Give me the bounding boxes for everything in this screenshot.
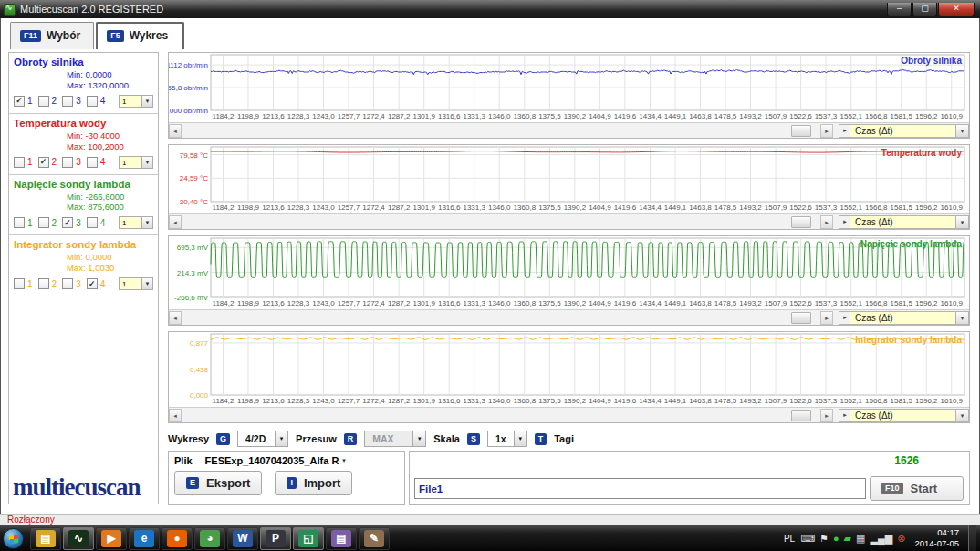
- taskbar-internet-explorer-icon[interactable]: e: [129, 527, 160, 550]
- chart-temperatura-wody[interactable]: 1184,21198,91213,61228,31243,01257,71272…: [169, 145, 969, 213]
- chevron-down-icon[interactable]: ▾: [412, 431, 425, 446]
- przesuw-combo[interactable]: MAX ▾: [364, 431, 426, 447]
- x-axis-mode-combo[interactable]: ▸Czas (Δt)▾: [839, 215, 969, 229]
- scrollbar-thumb[interactable]: [791, 410, 811, 421]
- minimize-button[interactable]: –: [887, 3, 912, 16]
- checkbox-unchecked[interactable]: [14, 217, 25, 228]
- channel-combo[interactable]: 1▼: [119, 95, 153, 108]
- channel-combo[interactable]: 1▼: [119, 277, 153, 290]
- scroll-left-icon[interactable]: ◂: [169, 215, 182, 229]
- wykresy-combo[interactable]: 4/2D ▾: [237, 431, 288, 447]
- chevron-down-icon[interactable]: ▾: [955, 312, 968, 324]
- start-button[interactable]: F10 Start: [870, 476, 964, 501]
- tray-network-bars-icon[interactable]: ▂▄▆: [870, 534, 892, 544]
- taskbar-explorer-icon[interactable]: ▤: [30, 527, 61, 550]
- tray-updater-icon[interactable]: ▰: [844, 534, 851, 544]
- signal-min: Min: 0,0000: [67, 252, 153, 263]
- x-axis-mode-combo[interactable]: ▸Czas (Δt)▾: [839, 124, 969, 138]
- scrollbar-track[interactable]: [182, 311, 820, 325]
- scroll-right-icon[interactable]: ▸: [820, 124, 833, 138]
- scroll-right-icon[interactable]: ▸: [820, 409, 833, 422]
- expand-icon[interactable]: ▸: [839, 127, 850, 134]
- scrollbar-track[interactable]: [182, 124, 820, 138]
- checkbox-unchecked[interactable]: [62, 96, 73, 107]
- checkbox-unchecked[interactable]: [62, 278, 73, 289]
- scroll-right-icon[interactable]: ▸: [820, 311, 833, 325]
- taskbar-paint-icon[interactable]: ✎: [359, 527, 390, 550]
- chevron-down-icon[interactable]: ▾: [514, 431, 526, 446]
- chevron-down-icon[interactable]: ▾: [275, 431, 287, 446]
- scroll-left-icon[interactable]: ◂: [169, 311, 182, 325]
- eksport-button[interactable]: E Eksport: [174, 471, 262, 495]
- x-axis-mode-combo[interactable]: ▸Czas (Δt)▾: [839, 311, 969, 325]
- checkbox-checked[interactable]: ✓: [87, 278, 98, 289]
- x-axis-mode-combo[interactable]: ▸Czas (Δt)▾: [839, 409, 969, 422]
- scrollbar-track[interactable]: [182, 409, 820, 422]
- checkbox-unchecked[interactable]: [38, 278, 49, 289]
- checkbox-unchecked[interactable]: [62, 157, 73, 168]
- language-indicator[interactable]: PL: [784, 534, 795, 544]
- tray-volume-muted-icon[interactable]: ⊗: [897, 534, 905, 544]
- scroll-left-icon[interactable]: ◂: [169, 409, 182, 422]
- tab-wykres[interactable]: F5 Wykres: [96, 22, 184, 49]
- start-orb[interactable]: [3, 528, 24, 549]
- tray-keyboard-icon[interactable]: ⌨: [800, 534, 815, 544]
- wykresy-label: Wykresy: [168, 433, 209, 444]
- file-name-input[interactable]: [414, 478, 866, 499]
- taskbar-screenshare-icon[interactable]: ◱: [293, 527, 324, 550]
- taskbar-firefox-icon[interactable]: ●: [162, 527, 193, 550]
- expand-icon[interactable]: ▸: [839, 411, 850, 419]
- checkbox-unchecked[interactable]: [87, 96, 98, 107]
- tray-calendar-icon[interactable]: ▦: [856, 534, 865, 544]
- chevron-down-icon[interactable]: ▾: [955, 125, 968, 137]
- svg-text:1228,3: 1228,3: [287, 203, 310, 212]
- svg-text:1581,5: 1581,5: [891, 203, 913, 212]
- tab-wybor[interactable]: F11 Wybór: [10, 22, 94, 49]
- expand-icon[interactable]: ▸: [839, 218, 850, 225]
- chevron-down-icon[interactable]: ▼: [141, 96, 152, 107]
- checkbox-checked[interactable]: ✓: [62, 217, 73, 228]
- chevron-down-icon[interactable]: ▾: [955, 216, 968, 228]
- chart-integrator-sondy[interactable]: 1184,21198,91213,61228,31243,01257,71272…: [169, 332, 969, 407]
- checkbox-unchecked[interactable]: [38, 96, 49, 107]
- checkbox-checked[interactable]: ✓: [14, 96, 25, 107]
- checkbox-checked[interactable]: ✓: [38, 157, 49, 168]
- scrollbar-thumb[interactable]: [791, 216, 811, 228]
- chevron-down-icon[interactable]: ▼: [141, 278, 152, 289]
- scrollbar-thumb[interactable]: [791, 125, 811, 137]
- taskbar-multiecuscan-icon[interactable]: ∿: [63, 527, 94, 550]
- scrollbar-thumb[interactable]: [791, 312, 811, 324]
- tray-antivirus-icon[interactable]: ●: [833, 534, 839, 544]
- scrollbar-track[interactable]: [182, 215, 820, 229]
- channel-combo[interactable]: 1▼: [119, 216, 153, 229]
- checkbox-unchecked[interactable]: [14, 278, 25, 289]
- skala-combo[interactable]: 1x ▾: [487, 431, 527, 447]
- scroll-left-icon[interactable]: ◂: [169, 124, 182, 138]
- taskbar-winrar-icon[interactable]: ▤: [326, 527, 357, 550]
- chevron-down-icon[interactable]: ▼: [141, 217, 152, 228]
- show-desktop-button[interactable]: [968, 525, 976, 551]
- checkbox-unchecked[interactable]: [38, 217, 49, 228]
- import-button[interactable]: I Import: [275, 471, 352, 495]
- checkbox-unchecked[interactable]: [87, 157, 98, 168]
- checkbox-unchecked[interactable]: [87, 217, 98, 228]
- tray-flag-icon[interactable]: ⚑: [819, 534, 829, 544]
- maximize-button[interactable]: ▢: [912, 3, 937, 16]
- file-combo[interactable]: FESExp_1407042035_Alfa R ▾: [205, 455, 346, 466]
- taskbar-clock[interactable]: 04:17 2014-07-05: [914, 527, 959, 550]
- taskbar-media-player-icon[interactable]: ▶: [96, 527, 127, 550]
- taskbar-word-icon[interactable]: W: [227, 527, 258, 550]
- chart-napiecie-sondy[interactable]: 1184,21198,91213,61228,31243,01257,71272…: [169, 236, 969, 309]
- expand-icon[interactable]: ▸: [839, 314, 850, 321]
- chevron-down-icon[interactable]: ▼: [141, 157, 152, 168]
- g-key-badge: G: [216, 433, 230, 445]
- chevron-down-icon[interactable]: ▾: [955, 410, 968, 421]
- channel-combo[interactable]: 1▼: [119, 156, 153, 169]
- taskbar-chrome-icon[interactable]: ◕: [194, 527, 225, 550]
- taskbar-paint-net-icon[interactable]: P: [260, 527, 291, 550]
- checkbox-unchecked[interactable]: [14, 157, 25, 168]
- channel-number-label: 3: [76, 96, 81, 106]
- scroll-right-icon[interactable]: ▸: [820, 215, 833, 229]
- chart-obroty-silnika[interactable]: 1184,21198,91213,61228,31243,01257,71272…: [169, 53, 969, 122]
- close-button[interactable]: ✕: [938, 3, 975, 16]
